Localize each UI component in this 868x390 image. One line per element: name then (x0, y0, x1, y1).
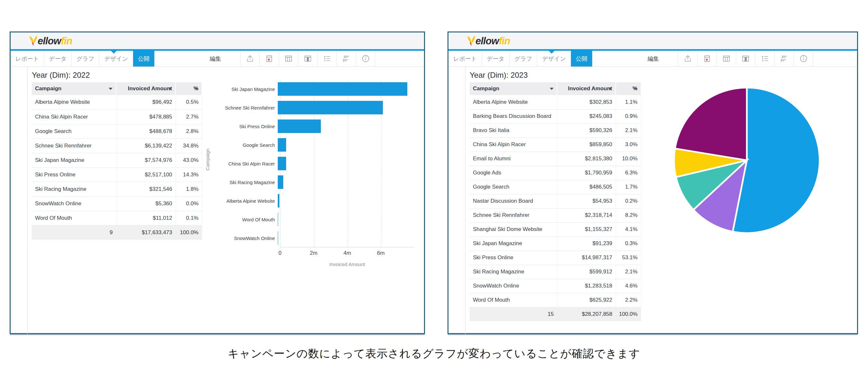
table-row: SnowWatch Online$1,283,5184.6% (470, 279, 641, 293)
column-header-invoiced-amount[interactable]: Invoiced Amount (116, 82, 176, 95)
percent-cell: 0.1% (176, 211, 202, 225)
axis-tick-label: 6m (377, 250, 385, 256)
panel-divider (27, 67, 28, 335)
bar-chart-row: Ski Racing Magazine (204, 173, 414, 192)
bar-plot: Ski Japan MagazineSchnee Ski RennfahrerS… (204, 80, 414, 247)
campaign-cell: Schnee Ski Rennfahrer (470, 208, 557, 222)
table-row: Ski Press Online$14,987,31753.1% (470, 251, 641, 265)
campaign-cell: Bravo Ski Italia (470, 123, 557, 137)
campaign-cell: Word Of Mouth (32, 211, 116, 225)
bar[interactable] (278, 194, 279, 207)
sort-dropdown-icon[interactable] (550, 88, 554, 90)
sort-dropdown-icon[interactable] (108, 88, 113, 90)
delete-report-icon[interactable] (697, 51, 717, 66)
campaign-cell: Ski Japan Magazine (32, 153, 116, 167)
x-axis-ticks: 02m4m6m (280, 247, 414, 257)
table-highlight-column-icon[interactable] (298, 51, 317, 66)
delete-report-icon[interactable] (259, 51, 279, 66)
bar[interactable] (278, 120, 321, 133)
invoiced-amount-cell: $54,953 (557, 194, 616, 208)
table-columns-icon[interactable] (717, 51, 736, 66)
campaign-cell: Ski Japan Magazine (470, 236, 557, 251)
numbered-list-icon[interactable] (317, 51, 337, 66)
chart-layers-icon[interactable] (337, 51, 356, 66)
campaign-cell: China Ski Alpin Racer (470, 137, 557, 152)
bar[interactable] (278, 157, 286, 170)
percent-cell: 1.7% (616, 180, 641, 194)
percent-cell: 0.2% (616, 194, 641, 208)
column-header-percent[interactable]: % (176, 82, 202, 95)
logo-text-ellow: ellow (38, 36, 61, 46)
campaign-cell: Ski Press Online (470, 251, 557, 265)
tab-report[interactable]: レポート (448, 51, 482, 66)
bar-track (277, 210, 414, 229)
invoiced-amount-cell: $5,360 (116, 196, 176, 211)
report-tab-bar: レポート データ グラフ デザイン 公開 編集 (10, 51, 424, 67)
table-columns-icon[interactable] (279, 51, 298, 66)
table-row: Email to Alumni$2,815,38010.0% (470, 152, 641, 166)
report-canvas: Year (Dim): 2022 Campaign Invoiced Amoun… (10, 67, 424, 335)
chart-layers-icon[interactable] (774, 51, 794, 66)
column-header-campaign[interactable]: Campaign (470, 82, 557, 95)
invoiced-amount-cell: $859,850 (557, 137, 616, 152)
numbered-list-icon[interactable] (755, 51, 774, 66)
campaign-cell: Barking Bears Discussion Board (470, 109, 557, 123)
yellowfin-bird-icon (29, 35, 38, 46)
percent-cell: 34.8% (176, 138, 202, 153)
sort-dropdown-icon[interactable] (633, 88, 638, 90)
bar[interactable] (278, 213, 278, 226)
percent-cell: 2.1% (616, 123, 641, 137)
tab-data[interactable]: データ (44, 51, 72, 66)
invoiced-amount-cell: $599,912 (557, 265, 616, 279)
sort-dropdown-icon[interactable] (608, 88, 612, 90)
table-row: Word Of Mouth$11,0120.1% (32, 211, 202, 225)
column-header-invoiced-amount[interactable]: Invoiced Amount (557, 82, 616, 95)
campaign-cell: Ski Racing Magazine (32, 182, 116, 196)
column-header-campaign[interactable]: Campaign (32, 82, 116, 95)
tab-chart[interactable]: グラフ (509, 51, 537, 66)
tab-chart[interactable]: グラフ (72, 51, 99, 66)
table-total-row: 15$28,207,858100.0% (470, 307, 641, 321)
percent-cell: 2.7% (176, 109, 202, 124)
tab-publish[interactable]: 公開 (133, 51, 155, 66)
bar[interactable] (278, 101, 383, 115)
tab-publish[interactable]: 公開 (571, 51, 592, 66)
total-cell: 15 (470, 307, 557, 321)
table-row: China Ski Alpin Racer$859,8503.0% (470, 137, 641, 152)
tab-data[interactable]: データ (482, 51, 509, 66)
percent-cell: 0.0% (176, 196, 202, 211)
report-toolbar: 編集 (191, 51, 424, 66)
bar[interactable] (278, 175, 283, 189)
pie-slice[interactable] (675, 88, 747, 160)
column-header-percent[interactable]: % (616, 82, 641, 95)
percent-cell: 6.3% (616, 166, 641, 180)
export-icon[interactable] (240, 51, 259, 66)
app-header: ellowfin (10, 32, 424, 49)
sort-dropdown-icon[interactable] (194, 88, 198, 90)
yellowfin-logo: ellowfin (29, 35, 72, 46)
total-cell: 100.0% (616, 307, 641, 321)
bar-category-label: Ski Press Online (204, 124, 277, 129)
y-axis-title: Campaign (205, 128, 210, 192)
edit-button[interactable]: 編集 (191, 51, 240, 66)
bar-track (277, 98, 414, 117)
active-step-caret-icon (549, 51, 555, 54)
info-icon[interactable] (356, 51, 375, 66)
percent-cell: 1.8% (176, 182, 202, 196)
bar[interactable] (278, 138, 286, 152)
total-cell: 9 (32, 225, 116, 240)
invoiced-amount-cell: $625,922 (557, 293, 616, 307)
total-cell: $28,207,858 (557, 307, 616, 321)
edit-button[interactable]: 編集 (628, 51, 678, 66)
sort-dropdown-icon[interactable] (168, 88, 172, 90)
info-icon[interactable] (794, 51, 813, 66)
export-icon[interactable] (678, 51, 697, 66)
tab-report[interactable]: レポート (10, 51, 44, 66)
logo-text-ellow: ellow (475, 36, 499, 46)
bar-track (277, 192, 414, 210)
bar[interactable] (278, 82, 407, 96)
report-table: Campaign Invoiced Amount % Alberta Alpin… (470, 82, 641, 321)
axis-tick-label: 2m (310, 250, 318, 256)
table-highlight-column-icon[interactable] (736, 51, 755, 66)
logo-text-fin: fin (499, 36, 510, 46)
